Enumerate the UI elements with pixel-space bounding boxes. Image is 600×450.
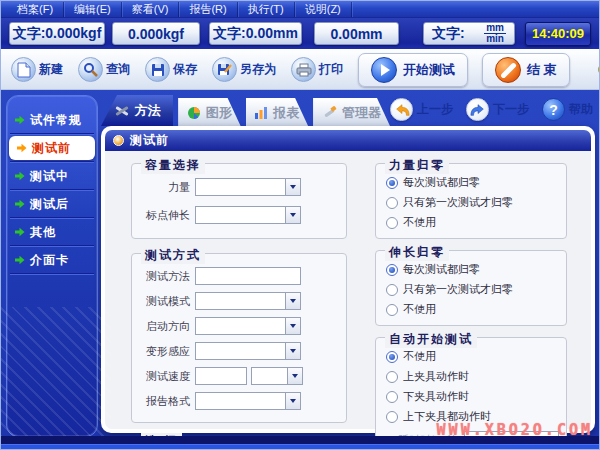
sidebar-item-pretest[interactable]: 测试前 <box>9 136 95 160</box>
green-arrow-icon <box>15 227 25 237</box>
right-column: 力量归零 每次测试都归零 只有第一次测试才归零 不使用 伸长归零 <box>375 163 567 421</box>
menu-run[interactable]: 执行(T) <box>238 2 295 17</box>
test-mode-select[interactable] <box>195 292 301 310</box>
footer-light-bar <box>1 444 599 449</box>
deform-sensor-label: 变形感应 <box>140 344 190 359</box>
search-icon <box>78 57 103 82</box>
force-zero-option-2[interactable]: 不使用 <box>386 215 560 230</box>
elongation-zero-option-1[interactable]: 只有第一次测试才归零 <box>386 282 560 297</box>
menu-report[interactable]: 报告(R) <box>179 2 237 17</box>
start-play-icon <box>371 57 397 83</box>
sidebar-item-other[interactable]: 其他 <box>7 220 97 244</box>
panel-title: 测试前 <box>130 132 169 149</box>
content-panel: 测试前 容量选择 力量 标点伸长 <box>101 126 595 433</box>
report-format-select[interactable] <box>195 392 301 410</box>
green-arrow-icon <box>15 255 25 265</box>
wrench-icon <box>322 106 337 120</box>
radio-icon[interactable] <box>386 304 398 316</box>
search-button[interactable]: 查询 <box>78 57 130 82</box>
deform-sensor-select[interactable] <box>195 342 301 360</box>
sidebar-divider <box>10 273 94 275</box>
force-capacity-select[interactable] <box>195 178 301 196</box>
elongation-zero-option-0[interactable]: 每次测试都归零 <box>386 262 560 277</box>
dropdown-arrow-icon[interactable] <box>285 293 300 309</box>
dropdown-arrow-icon[interactable] <box>285 393 300 409</box>
menu-edit[interactable]: 编辑(E) <box>64 2 122 17</box>
help-icon: ? <box>542 98 565 121</box>
help-button[interactable]: ? 帮助 <box>542 98 593 121</box>
radio-icon[interactable] <box>386 371 398 383</box>
print-icon <box>291 57 316 82</box>
force-capacity-label: 力量 <box>140 180 190 195</box>
radio-icon[interactable] <box>386 217 398 229</box>
save-button[interactable]: 保存 <box>145 57 197 82</box>
menu-bar: 档案(F) 编辑(E) 察看(V) 报告(R) 执行(T) 说明(Z) <box>1 1 599 18</box>
radio-icon[interactable] <box>386 284 398 296</box>
test-speed-label: 测试速度 <box>140 369 190 384</box>
save-as-button[interactable]: 另存为 <box>212 57 276 82</box>
sidebar-nav: 试件常规 测试前 测试中 测试后 其他 介面卡 <box>6 95 98 437</box>
radio-selected-icon[interactable] <box>386 351 398 363</box>
panel-body: 容量选择 力量 标点伸长 测试方式 <box>105 151 591 429</box>
sidebar-item-interface-card[interactable]: 介面卡 <box>7 248 97 272</box>
start-test-button[interactable]: 开始测试 <box>358 53 468 87</box>
tab-report[interactable]: 报表 <box>246 98 308 126</box>
sidebar-item-specimen[interactable]: 试件常规 <box>7 108 97 132</box>
speed-readout-label: 文字: <box>432 25 465 43</box>
capacity-group: 容量选择 力量 标点伸长 <box>131 163 347 239</box>
dropdown-arrow-icon[interactable] <box>287 368 302 384</box>
force-zero-option-1[interactable]: 只有第一次测试才归零 <box>386 195 560 210</box>
start-direction-select[interactable] <box>195 317 301 335</box>
tab-method[interactable]: 方法 <box>101 95 173 126</box>
stop-test-button[interactable]: 结 束 <box>482 53 570 87</box>
radio-icon[interactable] <box>386 411 398 423</box>
menu-help[interactable]: 说明(Z) <box>295 2 352 17</box>
radio-selected-icon[interactable] <box>386 177 398 189</box>
tab-bar: 方法 图形 报表 管理器 上一步 下一步 ? 帮助 <box>101 93 597 126</box>
dropdown-arrow-icon[interactable] <box>285 343 300 359</box>
elongation-zero-group-title: 伸长归零 <box>385 244 449 261</box>
displacement-readout: 文字:0.00mm <box>209 22 302 45</box>
next-step-button[interactable]: 下一步 <box>466 98 529 121</box>
force-peak-readout: 0.000kgf <box>112 22 200 45</box>
prev-step-button[interactable]: 上一步 <box>390 98 453 121</box>
test-mode-group-title: 测试方式 <box>141 247 205 264</box>
next-arrow-icon <box>466 98 489 121</box>
radio-icon[interactable] <box>386 197 398 209</box>
panel-header: 测试前 <box>105 130 591 151</box>
sidebar-divider <box>10 133 94 135</box>
prev-arrow-icon <box>390 98 413 121</box>
dropdown-arrow-icon[interactable] <box>285 318 300 334</box>
test-speed-input[interactable] <box>195 367 247 385</box>
dropdown-arrow-icon[interactable] <box>285 179 300 195</box>
sidebar-item-testing[interactable]: 测试中 <box>7 164 97 188</box>
green-arrow-icon <box>15 199 25 209</box>
force-readout: 文字:0.000kgf <box>9 22 105 45</box>
bar-chart-icon <box>254 106 268 120</box>
test-method-input[interactable] <box>195 267 301 285</box>
save-icon <box>145 57 170 82</box>
pie-chart-icon <box>187 106 201 120</box>
auto-start-option-0[interactable]: 不使用 <box>386 349 560 364</box>
force-zero-option-0[interactable]: 每次测试都归零 <box>386 175 560 190</box>
test-speed-unit-select[interactable] <box>251 367 303 385</box>
gauge-elongation-select[interactable] <box>195 206 301 224</box>
dropdown-arrow-icon[interactable] <box>285 207 300 223</box>
radio-selected-icon[interactable] <box>386 264 398 276</box>
speed-unit-bottom: min <box>486 34 504 44</box>
menu-view[interactable]: 察看(V) <box>122 2 180 17</box>
sidebar-divider <box>10 217 94 219</box>
tab-manager[interactable]: 管理器 <box>313 98 390 126</box>
print-button[interactable]: 打印 <box>291 57 343 82</box>
new-button[interactable]: 新建 <box>11 57 63 82</box>
app-window: { "menu": { "items": [ {"label": "档案(F)"… <box>0 0 600 450</box>
elongation-zero-option-2[interactable]: 不使用 <box>386 302 560 317</box>
sidebar-divider <box>10 161 94 163</box>
sidebar-item-posttest[interactable]: 测试后 <box>7 192 97 216</box>
auto-start-option-1[interactable]: 上夹具动作时 <box>386 369 560 384</box>
wizard-nav: 上一步 下一步 ? 帮助 <box>390 98 593 126</box>
auto-start-option-2[interactable]: 下夹具动作时 <box>386 389 560 404</box>
radio-icon[interactable] <box>386 391 398 403</box>
tab-graph[interactable]: 图形 <box>178 98 240 126</box>
menu-file[interactable]: 档案(F) <box>7 2 64 17</box>
